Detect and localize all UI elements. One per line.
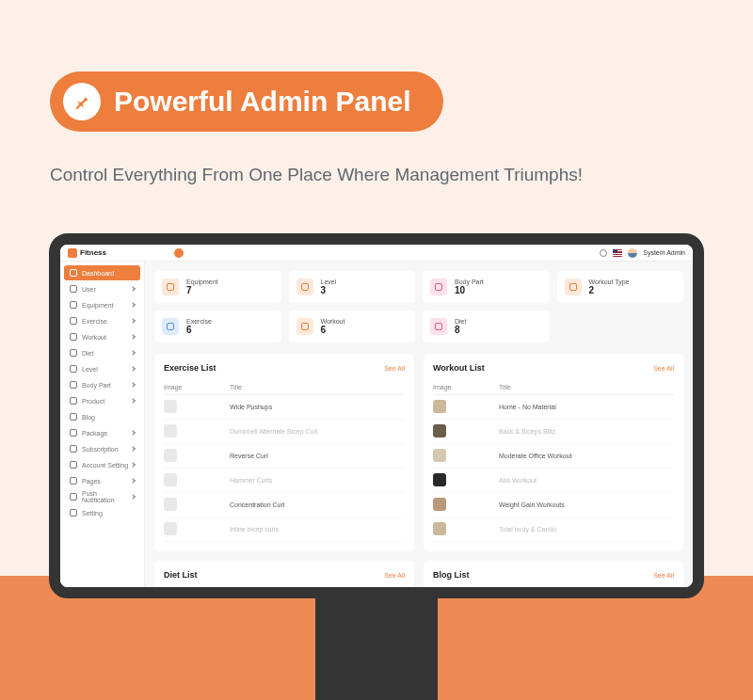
exercise-icon <box>162 318 179 335</box>
blog-list-title: Blog List <box>433 570 470 580</box>
row-thumbnail <box>433 400 446 413</box>
table-row[interactable]: Total body & Cardio <box>433 517 674 542</box>
notification-icon <box>70 493 77 501</box>
subscription-icon <box>70 445 77 453</box>
content: Equipment7Level3Body Part10Workout Type2… <box>145 262 693 587</box>
product-icon <box>70 397 77 405</box>
gear-icon[interactable] <box>600 249 607 257</box>
user-icon <box>70 285 77 293</box>
sidebar-item-dashboard[interactable]: Dashboard <box>64 265 140 280</box>
stat-card-workout[interactable]: Workout6 <box>289 310 416 342</box>
table-row[interactable]: Weight Gain Workouts <box>433 493 674 517</box>
stat-card-equipment[interactable]: Equipment7 <box>154 271 281 303</box>
workout-see-all-link[interactable]: See All <box>653 365 674 372</box>
row-title: Dumbbell Alternate Bicep Curl <box>230 428 317 435</box>
sidebar-item-label: Push Notification <box>82 490 131 503</box>
sidebar-item-account-setting[interactable]: Account Setting <box>64 457 140 472</box>
sidebar-item-diet[interactable]: Diet <box>64 345 140 360</box>
stat-value: 3 <box>321 285 337 295</box>
sidebar-item-push-notification[interactable]: Push Notification <box>64 489 140 504</box>
table-header: Image Title <box>164 380 405 395</box>
setting-icon <box>70 509 77 517</box>
chevron-right-icon <box>130 350 136 356</box>
row-title: Concentration Curl <box>230 501 284 508</box>
sidebar-item-product[interactable]: Product <box>64 393 140 408</box>
table-row[interactable]: Back & Biceps Blitz <box>433 420 674 444</box>
sidebar-item-body-part[interactable]: Body Part <box>64 377 140 392</box>
chevron-right-icon <box>130 334 136 340</box>
row-thumbnail <box>164 400 177 413</box>
bodypart-icon <box>430 278 447 295</box>
row-thumbnail <box>433 498 446 511</box>
hero-badge: Powerful Admin Panel <box>50 72 443 132</box>
diet-list-title: Diet List <box>164 570 198 580</box>
table-row[interactable]: Inline bicep curls <box>164 517 405 542</box>
exercise-see-all-link[interactable]: See All <box>384 365 405 372</box>
table-row[interactable]: Home - No Material <box>433 395 674 420</box>
exercise-icon <box>70 317 77 325</box>
table-row[interactable]: Abs Workout <box>433 469 674 493</box>
row-thumbnail <box>164 498 177 511</box>
dashboard-icon <box>70 269 77 277</box>
stat-value: 10 <box>455 285 484 295</box>
sidebar-item-label: Package <box>82 430 107 437</box>
user-name[interactable]: System Admin <box>643 249 685 256</box>
diet-see-all-link[interactable]: See All <box>384 572 405 579</box>
chevron-right-icon <box>130 446 136 452</box>
logo-icon <box>68 248 77 258</box>
table-row[interactable]: Dumbbell Alternate Bicep Curl <box>164 420 405 444</box>
workout-icon <box>296 318 313 335</box>
sidebar-item-pages[interactable]: Pages <box>64 473 140 488</box>
stat-card-diet[interactable]: Diet8 <box>423 310 550 342</box>
logo-text: Fitness <box>80 248 106 257</box>
sidebar-collapse-button[interactable] <box>174 248 184 258</box>
sidebar-item-label: Product <box>82 398 104 405</box>
chevron-right-icon <box>130 478 136 484</box>
exercise-list-title: Exercise List <box>164 363 216 373</box>
table-header: Image Title <box>433 380 674 395</box>
blog-see-all-link[interactable]: See All <box>653 572 674 579</box>
table-row[interactable]: Concentration Curl <box>164 493 405 517</box>
stat-card-body-part[interactable]: Body Part10 <box>423 271 550 303</box>
sidebar-item-workout[interactable]: Workout <box>64 329 140 344</box>
stat-card-workout-type[interactable]: Workout Type2 <box>557 271 684 303</box>
row-title: Inline bicep curls <box>230 526 279 533</box>
sidebar-item-package[interactable]: Package <box>64 425 140 440</box>
sidebar-item-subscription[interactable]: Subscription <box>64 441 140 456</box>
row-title: Total body & Cardio <box>499 526 556 533</box>
sidebar-item-setting[interactable]: Setting <box>64 505 140 520</box>
sidebar-item-level[interactable]: Level <box>64 361 140 376</box>
sidebar-item-exercise[interactable]: Exercise <box>64 313 140 328</box>
diet-list-panel: Diet List See All <box>154 561 414 587</box>
chevron-right-icon <box>130 366 136 372</box>
stat-card-level[interactable]: Level3 <box>289 271 416 303</box>
chevron-right-icon <box>130 398 136 404</box>
package-icon <box>70 429 77 437</box>
row-thumbnail <box>164 449 177 462</box>
stat-value: 2 <box>589 285 630 295</box>
equipment-icon <box>70 301 77 309</box>
flag-icon[interactable] <box>613 249 622 257</box>
logo[interactable]: Fitness <box>68 248 106 258</box>
sidebar-item-label: Diet <box>82 350 93 357</box>
stat-label: Body Part <box>455 278 484 285</box>
diet-icon <box>430 318 447 335</box>
col-title: Title <box>230 384 242 390</box>
avatar[interactable] <box>628 248 637 258</box>
sidebar-item-label: Dashboard <box>82 270 114 277</box>
sidebar-item-equipment[interactable]: Equipment <box>64 297 140 312</box>
table-row[interactable]: Moderate Office Workout <box>433 444 674 469</box>
table-row[interactable]: Hammer Curls <box>164 469 405 493</box>
row-thumbnail <box>164 522 177 535</box>
account-icon <box>70 461 77 469</box>
chevron-right-icon <box>130 494 136 500</box>
sidebar-item-blog[interactable]: Blog <box>64 409 140 424</box>
stat-card-exercise[interactable]: Exercise6 <box>154 310 281 342</box>
table-row[interactable]: Wide Pushups <box>164 395 405 420</box>
table-row[interactable]: Reverse Curl <box>164 444 405 469</box>
sidebar-item-label: Blog <box>82 414 95 421</box>
row-title: Moderate Office Workout <box>499 453 572 459</box>
chevron-right-icon <box>130 286 136 292</box>
sidebar-item-user[interactable]: User <box>64 281 140 296</box>
monitor-stand <box>315 598 438 700</box>
